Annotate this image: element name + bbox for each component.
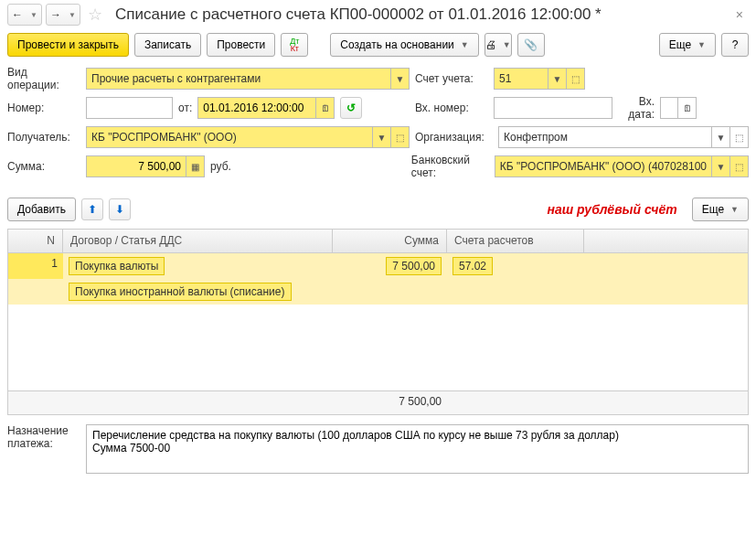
sum-field[interactable] xyxy=(86,155,186,177)
ext-date-label: Вх. дата: xyxy=(618,95,655,121)
favorite-icon[interactable]: ☆ xyxy=(88,5,102,25)
bank-acc-dropdown-icon[interactable]: ▼ xyxy=(712,155,730,177)
account-dropdown-icon[interactable]: ▼ xyxy=(548,68,567,90)
account-label: Счет учета: xyxy=(415,72,488,85)
purpose-label: Назначение платежа: xyxy=(7,424,80,474)
total-sum: 7 500,00 xyxy=(333,391,447,414)
from-label: от: xyxy=(178,102,192,114)
help-button[interactable]: ? xyxy=(721,33,749,57)
print-button[interactable]: 🖨▼ xyxy=(484,33,512,57)
grid-header: N Договор / Статья ДДС Сумма Счета расче… xyxy=(8,230,748,253)
org-open-icon[interactable]: ⬚ xyxy=(730,126,749,148)
op-type-label: Вид операции: xyxy=(7,66,80,91)
org-field[interactable]: Конфетпром xyxy=(498,126,712,148)
bank-acc-field[interactable]: КБ "РОСПРОМБАНК" (ООО) (407028100 xyxy=(495,155,712,177)
cell-acc: 57.02 xyxy=(447,253,584,279)
number-field[interactable] xyxy=(86,97,173,119)
sum-label: Сумма: xyxy=(7,160,80,173)
titlebar: ←▼ →▼ ☆ Списание с расчетного счета КП00… xyxy=(0,0,756,29)
org-dropdown-icon[interactable]: ▼ xyxy=(712,126,730,148)
bank-acc-open-icon[interactable]: ⬚ xyxy=(730,155,749,177)
post-and-close-button[interactable]: Провести и закрыть xyxy=(7,33,129,57)
cell-contract2: Покупка иностранной валюты (списание) xyxy=(63,279,333,305)
grid-more-button[interactable]: Еще▼ xyxy=(692,198,749,221)
ext-date-field[interactable] xyxy=(660,97,678,119)
move-down-icon[interactable]: ⬇ xyxy=(109,198,131,220)
currency-label: руб. xyxy=(210,160,231,173)
attach-button[interactable]: 📎 xyxy=(517,33,545,57)
ext-date-calendar-icon[interactable]: 🗓 xyxy=(678,97,697,119)
cell-n: 1 xyxy=(8,253,63,279)
annotation-text: наш рублёвый счёт xyxy=(547,202,676,217)
recipient-open-icon[interactable]: ⬚ xyxy=(391,126,410,148)
purpose-field[interactable] xyxy=(86,424,749,474)
back-button[interactable]: ←▼ xyxy=(7,4,42,26)
op-type-dropdown-icon[interactable]: ▼ xyxy=(391,68,410,90)
recipient-label: Получатель: xyxy=(7,131,80,144)
more-button[interactable]: Еще▼ xyxy=(659,33,716,57)
post-button[interactable]: Провести xyxy=(207,33,275,57)
refresh-icon[interactable]: ↺ xyxy=(340,97,362,119)
forward-button[interactable]: →▼ xyxy=(46,4,80,26)
add-row-button[interactable]: Добавить xyxy=(7,198,76,221)
ext-number-field[interactable] xyxy=(494,97,612,119)
window-title: Списание с расчетного счета КП00-000002 … xyxy=(115,5,727,24)
create-based-button[interactable]: Создать на основании▼ xyxy=(330,33,478,57)
org-label: Организация: xyxy=(415,131,493,144)
col-accounts: Счета расчетов xyxy=(447,230,584,252)
table-row[interactable]: Покупка иностранной валюты (списание) xyxy=(8,279,748,305)
account-field[interactable]: 51 xyxy=(494,68,548,90)
bank-acc-label: Банковский счет: xyxy=(411,154,489,179)
date-field[interactable] xyxy=(197,97,316,119)
recipient-field[interactable]: КБ "РОСПРОМБАНК" (ООО) xyxy=(86,126,373,148)
form: Вид операции: Прочие расчеты с контраген… xyxy=(0,60,756,185)
cell-sum: 7 500,00 xyxy=(333,253,447,279)
ext-number-label: Вх. номер: xyxy=(415,102,488,114)
date-calendar-icon[interactable]: 🗓 xyxy=(316,97,335,119)
number-label: Номер: xyxy=(7,102,80,114)
grid-toolbar: Добавить ⬆ ⬇ наш рублёвый счёт Еще▼ xyxy=(0,194,756,225)
account-open-icon[interactable]: ⬚ xyxy=(567,68,585,90)
col-n: N xyxy=(8,230,63,252)
grid-footer: 7 500,00 xyxy=(8,390,748,414)
sum-calc-icon[interactable]: ▦ xyxy=(186,155,205,177)
recipient-dropdown-icon[interactable]: ▼ xyxy=(373,126,391,148)
save-button[interactable]: Записать xyxy=(134,33,201,57)
cell-contract: Покупка валюты xyxy=(63,253,333,279)
details-grid: N Договор / Статья ДДС Сумма Счета расче… xyxy=(7,229,749,415)
dtkt-button[interactable]: ДтКт xyxy=(281,33,308,57)
close-icon[interactable]: × xyxy=(730,5,749,24)
purpose-wrap: Назначение платежа: xyxy=(0,419,756,479)
col-sum: Сумма xyxy=(333,230,447,252)
op-type-field[interactable]: Прочие расчеты с контрагентами xyxy=(86,68,391,90)
table-row[interactable]: 1 Покупка валюты 7 500,00 57.02 xyxy=(8,253,748,279)
grid-body[interactable]: 1 Покупка валюты 7 500,00 57.02 Покупка … xyxy=(8,253,748,390)
main-toolbar: Провести и закрыть Записать Провести ДтК… xyxy=(0,29,756,60)
move-up-icon[interactable]: ⬆ xyxy=(81,198,103,220)
col-contract: Договор / Статья ДДС xyxy=(63,230,333,252)
